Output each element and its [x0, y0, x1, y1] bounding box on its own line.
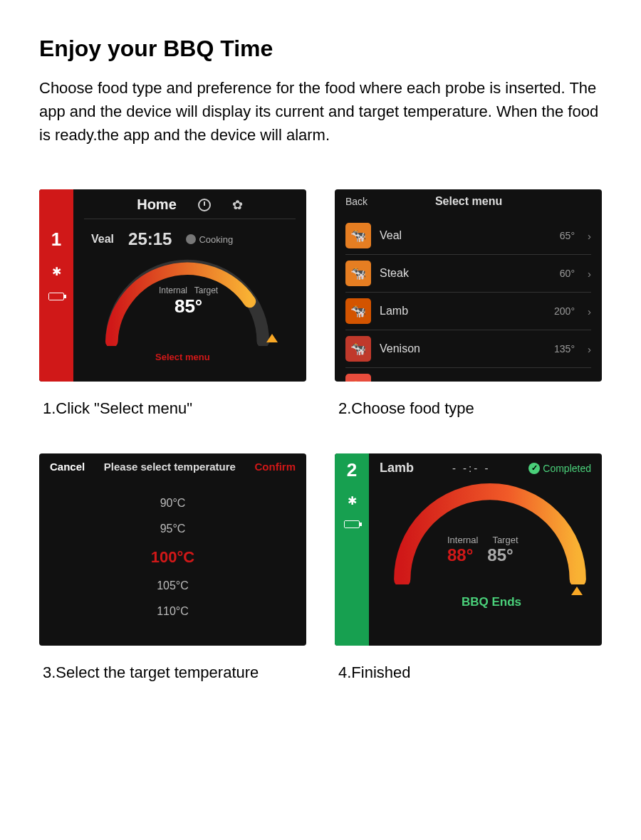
menu-item-pork[interactable]: 🐄 Pork 150° ›: [345, 368, 591, 382]
battery-icon: [48, 293, 64, 300]
menu-item-name: Veal: [380, 229, 551, 242]
menu-item-name: Lamb: [380, 305, 546, 317]
gauge-indicator-icon: [266, 334, 278, 342]
panel-completed-gauge: 2 Lamb - -:- - ✓Completed Interna: [335, 453, 602, 646]
menu-title: Select menu: [368, 195, 570, 208]
temperature-value: 85°: [159, 295, 218, 317]
status-badge: Cooking: [186, 234, 233, 245]
probe-sidebar: 2: [335, 453, 369, 646]
menu-item-lamb[interactable]: 🐄 Lamb 200° ›: [345, 293, 591, 330]
target-label: Target: [194, 285, 218, 295]
timer-value: - -:- -: [428, 462, 514, 474]
food-name: Veal: [91, 233, 114, 246]
home-label: Home: [137, 196, 177, 213]
panel-select-temperature: Cancel Please select temperature Confirm…: [39, 453, 306, 646]
caption-2: 2.Choose food type: [335, 392, 602, 443]
confirm-button[interactable]: Confirm: [255, 461, 296, 473]
chevron-right-icon: ›: [588, 381, 591, 382]
temperature-gauge: [387, 481, 593, 584]
panel-select-menu: Back Select menu 🐄 Veal 65° ›🐄 Steak 60°…: [335, 189, 602, 382]
menu-item-temp: 200°: [554, 305, 575, 317]
menu-item-name: Pork: [380, 380, 546, 382]
temperature-option[interactable]: 100°C: [39, 542, 306, 573]
cancel-button[interactable]: Cancel: [50, 461, 85, 473]
internal-label: Internal: [159, 285, 187, 295]
food-icon: 🐄: [345, 336, 371, 362]
chevron-right-icon: ›: [588, 305, 591, 317]
probe-number: 1: [51, 229, 61, 251]
select-menu-link[interactable]: Select menu: [155, 352, 210, 362]
timer-value: 25:15: [128, 229, 172, 249]
internal-label: Internal: [447, 535, 478, 545]
menu-item-temp: 60°: [560, 268, 575, 279]
battery-icon: [344, 520, 360, 528]
internal-temperature: 88°: [447, 545, 473, 565]
temperature-option[interactable]: 105°C: [39, 573, 306, 599]
status-completed: ✓Completed: [528, 463, 591, 474]
back-button[interactable]: Back: [345, 196, 368, 207]
menu-item-name: Venison: [380, 342, 546, 355]
menu-item-veal[interactable]: 🐄 Veal 65° ›: [345, 217, 591, 255]
temperature-option[interactable]: 110°C: [39, 599, 306, 624]
temperature-option[interactable]: 95°C: [39, 516, 306, 542]
bbq-ends-label: BBQ Ends: [462, 595, 521, 609]
page-description: Choose food type and preference for the …: [39, 76, 602, 147]
food-icon: 🐄: [345, 223, 371, 248]
food-icon: 🐄: [345, 261, 371, 286]
settings-icon[interactable]: ✿: [232, 197, 243, 213]
probe-number: 2: [347, 459, 357, 481]
food-icon: 🐄: [345, 298, 371, 324]
menu-item-temp: 150°: [554, 381, 575, 382]
caption-4: 4.Finished: [335, 656, 602, 707]
chevron-right-icon: ›: [588, 230, 591, 242]
food-icon: 🐄: [345, 374, 371, 382]
caption-1: 1.Click "Select menu": [39, 392, 306, 443]
picker-title: Please select temperature: [104, 461, 236, 473]
menu-item-temp: 65°: [560, 230, 575, 241]
target-temperature: 85°: [487, 545, 513, 565]
menu-item-temp: 135°: [554, 343, 575, 355]
chevron-right-icon: ›: [588, 343, 591, 355]
menu-item-venison[interactable]: 🐄 Venison 135° ›: [345, 330, 591, 368]
temperature-option[interactable]: 90°C: [39, 490, 306, 516]
caption-3: 3.Select the target temperature: [39, 656, 306, 707]
bluetooth-icon: [52, 265, 61, 278]
target-label: Target: [492, 535, 518, 545]
probe-sidebar: 1: [39, 189, 73, 382]
panel-home-gauge: 1 Home ✿ Veal 25:15 Cooking: [39, 189, 306, 382]
food-name: Lamb: [380, 461, 414, 476]
menu-item-steak[interactable]: 🐄 Steak 60° ›: [345, 255, 591, 293]
page-title: Enjoy your BBQ Time: [39, 36, 602, 62]
bluetooth-icon: [348, 494, 357, 508]
chevron-right-icon: ›: [588, 268, 591, 280]
history-icon[interactable]: [198, 199, 211, 211]
check-icon: ✓: [528, 463, 540, 474]
gauge-indicator-icon: [571, 587, 583, 595]
menu-item-name: Steak: [380, 267, 551, 280]
